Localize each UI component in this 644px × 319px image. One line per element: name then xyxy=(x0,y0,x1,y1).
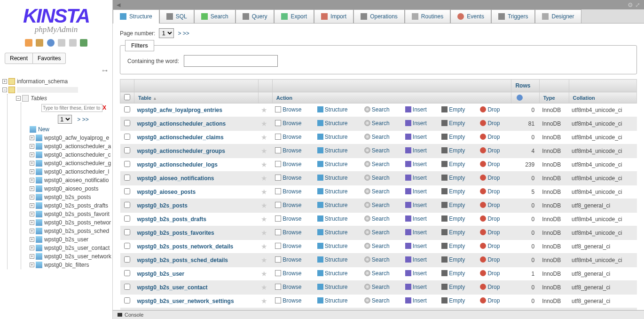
row-checkbox[interactable] xyxy=(124,161,130,167)
structure-action[interactable]: Structure xyxy=(317,270,348,277)
empty-action[interactable]: Empty xyxy=(441,256,465,263)
row-checkbox[interactable] xyxy=(124,134,130,140)
favorite-star-icon[interactable]: ★ xyxy=(261,147,267,155)
row-checkbox[interactable] xyxy=(124,284,130,290)
search-action[interactable]: Search xyxy=(364,256,390,263)
tree-table-item[interactable]: +wpstg0_actionscheduler_c xyxy=(30,151,112,159)
tree-table-item[interactable]: +wpstg0_b2s_posts_favorit xyxy=(30,210,112,218)
browse-action[interactable]: Browse xyxy=(275,243,301,249)
structure-action[interactable]: Structure xyxy=(317,161,348,167)
table-name-link[interactable]: wpstg0_b2s_posts xyxy=(137,202,188,209)
tab-import[interactable]: Import xyxy=(314,9,353,23)
insert-action[interactable]: Insert xyxy=(405,134,427,140)
drop-action[interactable]: Drop xyxy=(480,215,500,222)
row-checkbox[interactable] xyxy=(124,188,130,194)
tree-table-item[interactable]: +wpstg0_b2s_user xyxy=(30,235,112,244)
drop-action[interactable]: Drop xyxy=(480,134,500,140)
drop-action[interactable]: Drop xyxy=(480,229,500,236)
browse-action[interactable]: Browse xyxy=(275,215,301,222)
expand-icon[interactable]: + xyxy=(30,212,34,216)
search-action[interactable]: Search xyxy=(364,175,390,181)
structure-action[interactable]: Structure xyxy=(317,229,348,236)
search-action[interactable]: Search xyxy=(364,243,390,249)
insert-action[interactable]: Insert xyxy=(405,215,427,222)
containing-input[interactable] xyxy=(184,55,278,67)
clear-filter-icon[interactable]: X xyxy=(102,104,106,111)
help-icon[interactable] xyxy=(517,95,523,101)
search-action[interactable]: Search xyxy=(364,120,390,127)
insert-action[interactable]: Insert xyxy=(405,229,427,236)
row-checkbox[interactable] xyxy=(124,202,130,208)
panel-collapse-icon[interactable]: ◀ xyxy=(117,2,120,8)
th-rows-help[interactable] xyxy=(511,92,539,104)
insert-action[interactable]: Insert xyxy=(405,147,427,154)
drop-action[interactable]: Drop xyxy=(480,297,500,304)
table-name-link[interactable]: wpstg0_b2s_posts_drafts xyxy=(137,216,206,223)
page-settings-icon[interactable]: ⚙ ⤢ xyxy=(628,1,640,8)
th-collation[interactable]: Collation xyxy=(569,92,636,104)
favorites-tab[interactable]: Favorites xyxy=(33,53,66,64)
tree-table-item[interactable]: +wpstg0_b2s_user_contact xyxy=(30,244,112,252)
insert-action[interactable]: Insert xyxy=(405,161,427,167)
browse-action[interactable]: Browse xyxy=(275,188,301,195)
empty-action[interactable]: Empty xyxy=(441,229,465,236)
expand-icon[interactable]: + xyxy=(30,152,34,157)
favorite-star-icon[interactable]: ★ xyxy=(261,297,267,305)
favorite-star-icon[interactable]: ★ xyxy=(261,270,267,278)
expand-icon[interactable]: + xyxy=(30,203,34,208)
table-name-link[interactable]: wpstg0_b2s_user_network_settings xyxy=(137,298,234,304)
table-name-link[interactable]: wpstg0_actionscheduler_actions xyxy=(137,120,226,127)
row-checkbox[interactable] xyxy=(124,106,130,112)
tree-filter-input[interactable] xyxy=(41,104,102,112)
drop-action[interactable]: Drop xyxy=(480,161,500,167)
empty-action[interactable]: Empty xyxy=(441,243,465,249)
structure-action[interactable]: Structure xyxy=(317,120,348,127)
empty-action[interactable]: Empty xyxy=(441,175,465,181)
settings-icon[interactable] xyxy=(69,39,77,47)
expand-icon[interactable]: + xyxy=(30,136,34,140)
expand-icon[interactable]: + xyxy=(30,263,34,267)
expand-icon[interactable]: + xyxy=(30,169,34,174)
tree-table-item[interactable]: +wpstg0_b2s_posts_networ xyxy=(30,218,112,227)
expand-icon[interactable]: + xyxy=(30,246,34,250)
expand-icon[interactable]: + xyxy=(30,178,34,183)
tree-new-table[interactable]: New xyxy=(30,125,112,134)
structure-action[interactable]: Structure xyxy=(317,175,348,181)
search-action[interactable]: Search xyxy=(364,161,390,167)
tab-operations[interactable]: Operations xyxy=(353,9,405,23)
drop-action[interactable]: Drop xyxy=(480,270,500,277)
table-name-link[interactable]: wpstg0_b2s_posts_sched_details xyxy=(137,257,228,263)
table-name-link[interactable]: wpstg0_actionscheduler_groups xyxy=(137,148,225,154)
drop-action[interactable]: Drop xyxy=(480,256,500,263)
table-name-link[interactable]: wpstg0_acfw_loyalprog_entries xyxy=(137,107,222,113)
empty-action[interactable]: Empty xyxy=(441,270,465,277)
browse-action[interactable]: Browse xyxy=(275,106,301,113)
structure-action[interactable]: Structure xyxy=(317,147,348,154)
favorite-star-icon[interactable]: ★ xyxy=(261,229,267,237)
table-name-link[interactable]: wpstg0_actionscheduler_claims xyxy=(137,134,224,141)
tree-page-select[interactable]: 1 xyxy=(58,115,72,124)
empty-action[interactable]: Empty xyxy=(441,215,465,222)
insert-action[interactable]: Insert xyxy=(405,202,427,208)
row-checkbox[interactable] xyxy=(124,297,130,303)
table-name-link[interactable]: wpstg0_b2s_user xyxy=(137,271,185,277)
row-checkbox[interactable] xyxy=(124,175,130,181)
favorite-star-icon[interactable]: ★ xyxy=(261,174,267,182)
empty-action[interactable]: Empty xyxy=(441,120,465,127)
browse-action[interactable]: Browse xyxy=(275,134,301,140)
th-type[interactable]: Type xyxy=(539,92,569,104)
expand-icon[interactable]: + xyxy=(30,161,34,166)
drop-action[interactable]: Drop xyxy=(480,284,500,290)
tree-table-item[interactable]: +wpstg0_b2s_posts_drafts xyxy=(30,201,112,210)
tree-node-current-db[interactable]: − xyxy=(2,86,112,94)
tree-table-item[interactable]: +wpstg0_acfw_loyalprog_e xyxy=(30,134,112,142)
table-name-link[interactable]: wpstg0_actionscheduler_logs xyxy=(137,161,218,168)
expand-icon[interactable]: + xyxy=(30,220,34,225)
tree-table-item[interactable]: +wpstg0_actionscheduler_l xyxy=(30,167,112,176)
page-number-select[interactable]: 1 xyxy=(159,28,174,38)
empty-action[interactable]: Empty xyxy=(441,284,465,290)
browse-action[interactable]: Browse xyxy=(275,147,301,154)
search-action[interactable]: Search xyxy=(364,229,390,236)
row-checkbox[interactable] xyxy=(124,270,130,276)
insert-action[interactable]: Insert xyxy=(405,270,427,277)
